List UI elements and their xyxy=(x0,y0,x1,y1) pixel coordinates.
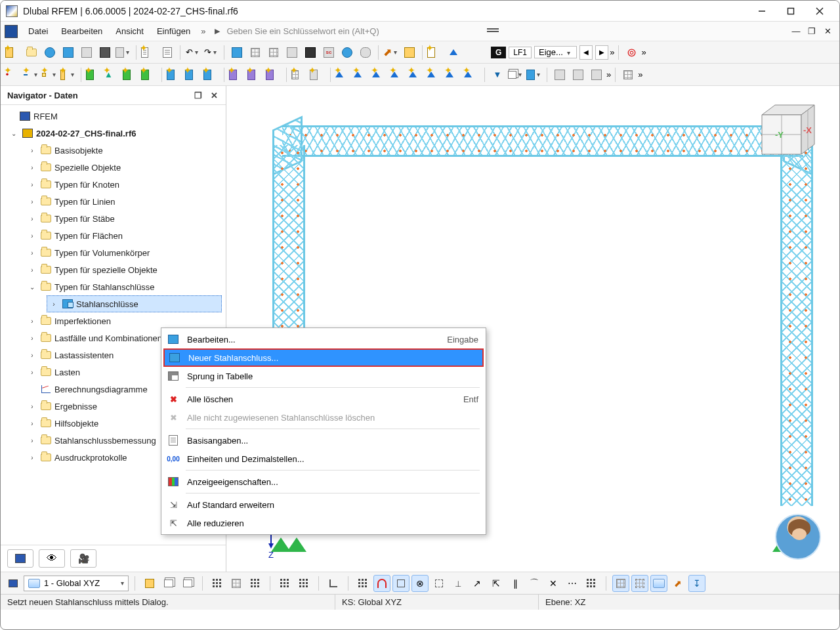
tb-redo[interactable]: ↷▾ xyxy=(203,44,220,61)
tree-item-steel-child[interactable]: ›Stahlanschlüsse xyxy=(47,295,222,312)
tb-cloud[interactable] xyxy=(41,44,58,61)
tree-item[interactable]: Berechnungsdiagramme xyxy=(54,385,148,394)
tb2-res2[interactable] xyxy=(570,66,587,83)
close-button[interactable] xyxy=(805,2,834,20)
bt-s11[interactable]: ✕ xyxy=(545,575,562,592)
tb2-load2[interactable] xyxy=(353,66,370,83)
tb2-load4[interactable] xyxy=(390,66,407,83)
bt-b1[interactable] xyxy=(141,575,158,592)
ctx-jump-table[interactable]: Sprung in Tabelle xyxy=(163,367,484,385)
bt-s5[interactable] xyxy=(430,575,448,592)
search-filter-icon[interactable] xyxy=(487,27,499,36)
tb2-solid2[interactable] xyxy=(247,66,264,83)
loadcase-selector[interactable]: G LF1 Eige... ▾ ◀ ▶ xyxy=(491,45,608,60)
tb-save[interactable] xyxy=(96,44,114,61)
tb2-clip[interactable]: ▾ xyxy=(507,66,524,83)
nav-view-default[interactable] xyxy=(7,549,33,568)
bt-ortho[interactable] xyxy=(325,575,342,592)
bt-s9[interactable]: ∥ xyxy=(507,575,524,592)
tb1-overflow2[interactable]: » xyxy=(641,47,646,57)
tb2-support[interactable]: ▲ xyxy=(104,66,121,83)
tb-print[interactable]: ▾ xyxy=(115,44,132,61)
bt-grid1[interactable] xyxy=(209,575,226,592)
tb2-spring[interactable] xyxy=(140,66,158,83)
nav-close-icon[interactable]: ✕ xyxy=(209,90,219,100)
menu-insert[interactable]: Einfügen xyxy=(150,24,197,39)
tb-fit[interactable] xyxy=(427,44,444,61)
tree-item[interactable]: Typen für Linien xyxy=(54,197,116,207)
loadcase-prev[interactable]: ◀ xyxy=(579,45,593,60)
tb2-overflow[interactable]: » xyxy=(606,70,611,79)
tb-block[interactable] xyxy=(60,44,77,61)
loadcase-next[interactable]: ▶ xyxy=(595,45,608,60)
bt-snap1[interactable] xyxy=(276,575,293,592)
tree-item[interactable]: Lastfälle und Kombinationen xyxy=(54,333,162,343)
tb2-overflow2[interactable]: » xyxy=(638,70,642,79)
bt-s10[interactable]: ⌒ xyxy=(526,575,543,592)
tree-item[interactable]: Basisobjekte xyxy=(54,146,103,156)
tree-item[interactable]: Ausdruckprotokolle xyxy=(54,453,127,463)
tb2-hinge[interactable] xyxy=(122,66,139,83)
tb2-table[interactable] xyxy=(620,66,637,83)
keyword-search-input[interactable] xyxy=(224,25,483,37)
tb-term[interactable] xyxy=(302,44,319,61)
tb2-material[interactable] xyxy=(184,66,201,83)
tree-item[interactable]: Typen für spezielle Objekte xyxy=(54,265,158,275)
bt-s12[interactable]: ⋯ xyxy=(564,575,581,592)
mdi-restore[interactable]: ❐ xyxy=(804,22,820,41)
ctx-edit[interactable]: Bearbeiten...Eingabe xyxy=(163,330,484,348)
bt-s4[interactable]: ⊗ xyxy=(411,575,429,592)
tb-panel3[interactable] xyxy=(265,44,282,61)
ctx-display-props[interactable]: Anzeigeeigenschaften... xyxy=(163,472,484,491)
bt-g2[interactable] xyxy=(631,575,648,592)
minimize-button[interactable] xyxy=(747,2,776,20)
tree-item[interactable]: Imperfektionen xyxy=(54,316,111,326)
mdi-close[interactable]: ✕ xyxy=(820,22,835,41)
tb-panel1[interactable] xyxy=(228,44,245,61)
view-cube[interactable]: -Y -X xyxy=(742,95,821,167)
tb2-load5[interactable] xyxy=(408,66,425,83)
tree-item[interactable]: Lastassistenten xyxy=(54,350,114,360)
tb2-load3[interactable] xyxy=(371,66,388,83)
tree-item[interactable]: Typen für Stäbe xyxy=(54,214,115,224)
menu-file[interactable]: Datei xyxy=(22,24,54,39)
tree-item[interactable]: Lasten xyxy=(54,368,80,377)
ctx-collapse-all[interactable]: Alle reduzieren xyxy=(163,514,484,532)
tb2-load6[interactable] xyxy=(427,66,444,83)
tree-file[interactable]: 2024-02-27_CHS-final.rf6 xyxy=(36,129,136,138)
tb2-filter[interactable]: ▼ xyxy=(489,66,506,83)
tb2-res3[interactable] xyxy=(588,66,605,83)
bt-grid3[interactable] xyxy=(247,575,264,592)
tb-target[interactable]: ⊚ xyxy=(623,44,640,61)
tb-script[interactable]: sc xyxy=(320,44,337,61)
tb-undo[interactable]: ↶▾ xyxy=(184,44,201,61)
tb2-node[interactable]: • xyxy=(5,66,22,83)
menu-edit[interactable]: Bearbeiten xyxy=(54,24,109,39)
bt-b2[interactable] xyxy=(160,575,177,592)
tb-web[interactable] xyxy=(339,44,356,61)
ctx-base-data[interactable]: Basisangaben... xyxy=(163,431,484,450)
bt-s7[interactable]: ↗ xyxy=(469,575,486,592)
tree-item[interactable]: Spezielle Objekte xyxy=(54,163,121,173)
tb2-section[interactable] xyxy=(166,66,183,83)
menu-view[interactable]: Ansicht xyxy=(109,24,150,39)
bt-s3[interactable] xyxy=(392,575,410,592)
tb-copy[interactable] xyxy=(78,44,95,61)
nav-view-cam[interactable]: 🎥 xyxy=(70,549,96,568)
tree-item[interactable]: Typen für Knoten xyxy=(54,180,119,190)
tree-item-steel[interactable]: Typen für Stahlanschlüsse xyxy=(54,282,154,292)
tree-root[interactable]: RFEM xyxy=(33,112,58,121)
tb2-surface[interactable]: ▾ xyxy=(60,66,77,83)
tb2-res1[interactable] xyxy=(551,66,568,83)
tb2-load1[interactable] xyxy=(335,66,352,83)
nav-popout-icon[interactable]: ❐ xyxy=(193,90,203,100)
bt-b3[interactable] xyxy=(179,575,196,592)
tree-item[interactable]: Stahlanschlussbemessung xyxy=(54,436,156,446)
tree-item[interactable]: Ergebnisse xyxy=(54,402,97,411)
bt-g4[interactable]: ⬈ xyxy=(669,575,686,592)
bt-s6[interactable]: ⟂ xyxy=(450,575,467,592)
tb2-grid[interactable] xyxy=(291,66,308,83)
bt-g5[interactable]: ↧ xyxy=(688,575,705,592)
tb-new[interactable] xyxy=(5,44,22,61)
assistant-avatar[interactable] xyxy=(775,514,821,560)
